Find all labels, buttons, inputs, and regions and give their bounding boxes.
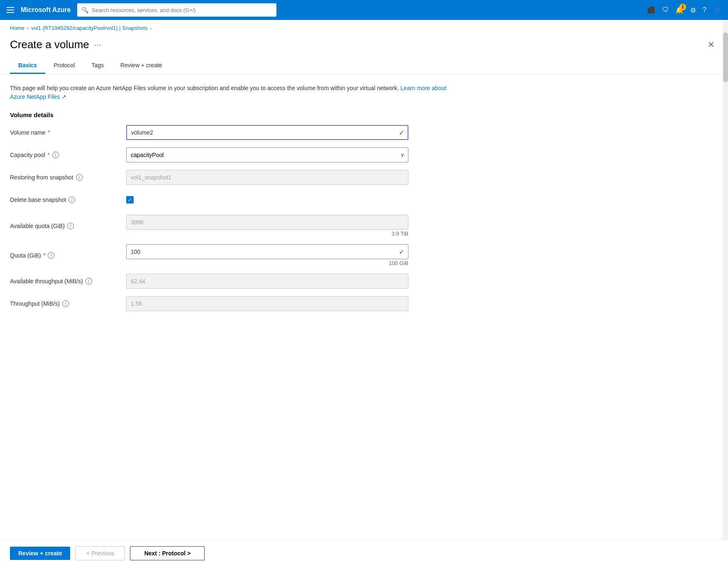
available-throughput-row: Available throughput (MiB/s) i (10, 274, 447, 289)
available-quota-control: 3.9 TiB (126, 215, 408, 237)
throughput-info-icon[interactable]: i (62, 300, 69, 307)
throughput-control (126, 296, 408, 311)
capacity-pool-select-wrapper: capacityPool ∨ (126, 147, 408, 162)
quota-control: ✓ 100 GiB (126, 244, 408, 266)
delete-snapshot-checkbox[interactable]: ✓ (126, 196, 134, 204)
volume-name-control: ✓ (126, 125, 408, 140)
capacity-pool-row: Capacity pool * i capacityPool ∨ (10, 147, 447, 162)
scrollbar-thumb[interactable] (723, 32, 728, 82)
delete-snapshot-row: Delete base snapshot i ✓ (10, 192, 447, 207)
notification-badge: 1 (679, 4, 686, 10)
breadcrumb-home[interactable]: Home (10, 25, 24, 31)
page-title-bar: Create a volume ··· ✕ (0, 34, 728, 58)
previous-button[interactable]: < Previous (75, 546, 125, 560)
breadcrumb-separator-1: › (27, 25, 29, 31)
search-input[interactable] (92, 7, 272, 13)
form-area: This page will help you create an Azure … (0, 74, 457, 360)
scrollbar-track[interactable] (723, 20, 728, 567)
cloud-shell-icon[interactable]: ⬛ (647, 6, 655, 14)
volume-name-row: Volume name * ✓ (10, 125, 447, 140)
tab-basics[interactable]: Basics (10, 58, 45, 74)
page-title-ellipsis[interactable]: ··· (94, 40, 101, 49)
tab-review-create[interactable]: Review + create (112, 58, 171, 74)
volume-name-required: * (48, 130, 50, 135)
volume-name-check-icon: ✓ (399, 129, 404, 137)
restoring-snapshot-input (126, 170, 408, 185)
tabs-bar: Basics Protocol Tags Review + create (0, 58, 728, 74)
top-navigation: Microsoft Azure 🔍 ⬛ 🗨 🔔 1 ⚙ ? 👤 (0, 0, 728, 20)
quota-input-wrapper: ✓ (126, 244, 408, 259)
notifications-icon[interactable]: 🔔 1 (675, 6, 684, 14)
account-icon[interactable]: 👤 (713, 6, 721, 14)
quota-row: Quota (GiB) * i ✓ 100 GiB (10, 244, 447, 266)
section-title: Volume details (10, 111, 447, 118)
available-throughput-control (126, 274, 408, 289)
volume-name-input-wrapper: ✓ (126, 125, 408, 140)
capacity-pool-select[interactable]: capacityPool (126, 147, 408, 162)
search-icon: 🔍 (81, 7, 88, 13)
quota-label: Quota (GiB) * i (10, 252, 126, 259)
restoring-snapshot-control (126, 170, 408, 185)
next-protocol-button[interactable]: Next : Protocol > (130, 546, 205, 560)
quota-hint: 100 GiB (126, 260, 408, 266)
throughput-row: Throughput (MiB/s) i (10, 296, 447, 311)
delete-snapshot-label: Delete base snapshot i (10, 196, 126, 203)
available-quota-info-icon[interactable]: i (67, 223, 74, 229)
available-quota-label: Available quota (GiB) i (10, 223, 126, 229)
form-description: This page will help you create an Azure … (10, 84, 447, 101)
available-quota-hint: 3.9 TiB (126, 231, 408, 237)
quota-required: * (44, 253, 46, 258)
available-throughput-info-icon[interactable]: i (86, 278, 92, 285)
capacity-pool-control: capacityPool ∨ (126, 147, 408, 162)
throughput-label: Throughput (MiB/s) i (10, 300, 126, 307)
available-throughput-input (126, 274, 408, 289)
feedback-icon[interactable]: 🗨 (662, 6, 669, 14)
action-bar: Review + create < Previous Next : Protoc… (0, 539, 728, 567)
restoring-snapshot-label: Restoring from snapshot i (10, 174, 126, 181)
delete-snapshot-checkbox-wrapper: ✓ (126, 196, 408, 204)
page-title: Create a volume (10, 38, 89, 51)
breadcrumb: Home › vol1 (RT1945292/capacityPool/vol1… (0, 20, 728, 34)
topnav-icons: ⬛ 🗨 🔔 1 ⚙ ? 👤 (647, 6, 721, 14)
breadcrumb-link[interactable]: vol1 (RT1945292/capacityPool/vol1) | Sna… (31, 25, 148, 31)
quota-info-icon[interactable]: i (48, 252, 54, 259)
main-container: Home › vol1 (RT1945292/capacityPool/vol1… (0, 20, 728, 567)
review-create-button[interactable]: Review + create (10, 547, 70, 560)
capacity-pool-required: * (48, 152, 50, 158)
breadcrumb-separator-2: › (150, 26, 152, 31)
restoring-snapshot-row: Restoring from snapshot i (10, 170, 447, 185)
available-quota-row: Available quota (GiB) i 3.9 TiB (10, 215, 447, 237)
tab-tags[interactable]: Tags (83, 58, 112, 74)
volume-name-label: Volume name * (10, 129, 126, 136)
volume-name-input[interactable] (126, 125, 408, 140)
tab-protocol[interactable]: Protocol (45, 58, 83, 74)
available-throughput-label: Available throughput (MiB/s) i (10, 278, 126, 285)
throughput-input (126, 296, 408, 311)
capacity-pool-info-icon[interactable]: i (52, 152, 59, 158)
brand-name: Microsoft Azure (21, 6, 71, 14)
quota-check-icon: ✓ (399, 248, 404, 256)
help-icon[interactable]: ? (703, 6, 706, 14)
quota-input[interactable] (126, 244, 408, 259)
delete-snapshot-info-icon[interactable]: i (68, 196, 75, 203)
available-quota-input (126, 215, 408, 230)
close-button[interactable]: ✕ (704, 38, 718, 51)
search-box: 🔍 (77, 3, 276, 17)
delete-snapshot-control: ✓ (126, 196, 408, 204)
settings-icon[interactable]: ⚙ (690, 6, 696, 14)
restoring-snapshot-info-icon[interactable]: i (76, 174, 83, 181)
delete-snapshot-checkmark: ✓ (128, 197, 132, 203)
capacity-pool-label: Capacity pool * i (10, 152, 126, 158)
hamburger-menu[interactable] (7, 7, 14, 13)
